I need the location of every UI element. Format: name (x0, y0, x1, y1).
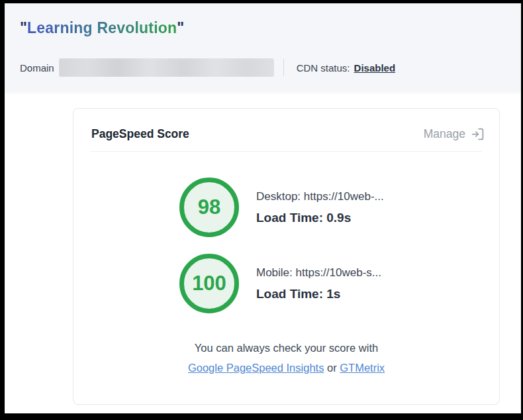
redaction-blur (59, 58, 274, 77)
mobile-score-row: 100 Mobile: https://10web-s... Load Time… (179, 254, 381, 313)
enter-arrow-icon (471, 127, 485, 141)
desktop-load-time: Load Time: 0.9s (256, 211, 384, 225)
mobile-score-badge: 100 (179, 254, 239, 313)
mobile-load-time: Load Time: 1s (256, 287, 381, 301)
vertical-divider (283, 59, 284, 76)
page-title-close-quote: " (177, 19, 184, 36)
card-header-divider (91, 151, 482, 152)
pagespeed-card: PageSpeed Score Manage 98 Desktop: https… (73, 108, 500, 405)
card-title: PageSpeed Score (91, 127, 189, 141)
card-footer: You can always check your score with Goo… (73, 338, 499, 378)
card-header: PageSpeed Score Manage (73, 109, 499, 151)
desktop-url-text: Desktop: https://10web-... (256, 190, 384, 203)
footer-text: You can always check your score with (195, 342, 378, 354)
site-header: "Learning Revolution" Domain CDN status:… (5, 3, 521, 91)
manage-button[interactable]: Manage (424, 127, 485, 141)
page-title-text: Learning Revolution (27, 19, 177, 36)
domain-label: Domain (20, 62, 54, 74)
domain-row: Domain CDN status: Disabled (20, 58, 395, 77)
desktop-score-row: 98 Desktop: https://10web-... Load Time:… (179, 178, 384, 237)
footer-separator: or (324, 362, 340, 374)
page-title: "Learning Revolution" (20, 19, 184, 37)
desktop-score-badge: 98 (179, 178, 239, 237)
page: "Learning Revolution" Domain CDN status:… (5, 3, 521, 413)
manage-button-label: Manage (424, 127, 465, 141)
gtmetrix-link[interactable]: GTMetrix (340, 362, 385, 374)
cdn-status-label: CDN status: (297, 62, 350, 74)
mobile-score-text: Mobile: https://10web-s... Load Time: 1s (256, 266, 381, 301)
domain-value-redacted (59, 58, 274, 77)
screenshot-frame: { "header": { "title_open_quote": "\"", … (0, 0, 523, 420)
desktop-score-text: Desktop: https://10web-... Load Time: 0.… (256, 190, 384, 225)
mobile-url-text: Mobile: https://10web-s... (256, 266, 381, 280)
google-pagespeed-link[interactable]: Google PageSpeed Insights (188, 362, 324, 374)
page-title-open-quote: " (20, 19, 27, 36)
cdn-status-value[interactable]: Disabled (354, 62, 396, 74)
